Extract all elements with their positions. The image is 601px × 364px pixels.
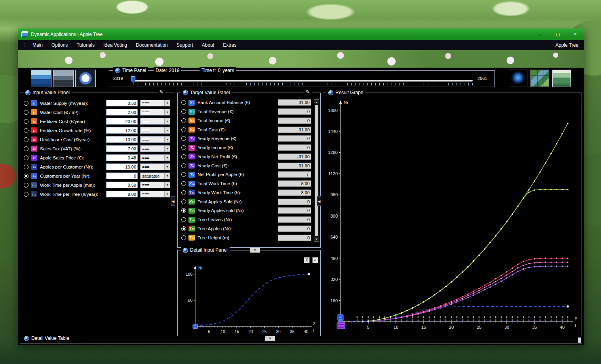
target-radio-T16[interactable] bbox=[181, 235, 186, 240]
input-radio-i9[interactable] bbox=[24, 174, 29, 178]
input-radio-i4[interactable] bbox=[24, 128, 29, 133]
target-radio-T13[interactable] bbox=[181, 208, 186, 213]
input-mode-select-i6[interactable]: ===▾ bbox=[140, 145, 170, 152]
menu-item-extras[interactable]: Extras bbox=[219, 42, 241, 48]
target-radio-T5[interactable] bbox=[181, 136, 186, 141]
input-mode-select-i10[interactable]: ===▾ bbox=[140, 182, 170, 188]
target-radio-S3[interactable] bbox=[181, 118, 186, 123]
menu-item-main[interactable]: Main bbox=[28, 42, 47, 48]
input-value-field-i11[interactable] bbox=[106, 191, 138, 197]
edit-pencil-icon[interactable]: ✎ bbox=[304, 89, 312, 95]
combo-selected-value: === bbox=[141, 155, 164, 160]
svg-text:5: 5 bbox=[367, 325, 369, 330]
table-dropdown-button[interactable]: ▼ bbox=[265, 336, 275, 341]
target-panel-collapse-arrow[interactable]: ◀ bbox=[317, 196, 321, 206]
chevron-down-icon: ▾ bbox=[164, 155, 170, 161]
edit-pencil-icon[interactable]: ✎ bbox=[158, 89, 165, 95]
target-radio-T15[interactable] bbox=[181, 226, 186, 231]
target-label-S1: Bank Account Balance (€): bbox=[198, 100, 278, 105]
input-mode-select-i2[interactable]: ===▾ bbox=[140, 109, 170, 116]
scroll-thumb[interactable] bbox=[315, 105, 318, 236]
input-radio-i5[interactable] bbox=[24, 137, 29, 142]
target-radio-S2[interactable] bbox=[181, 109, 186, 114]
thumbnail-collage-image[interactable] bbox=[531, 70, 549, 87]
thumbnail-earth-image[interactable] bbox=[509, 70, 527, 87]
input-mode-select-i7[interactable]: ===▾ bbox=[140, 154, 170, 161]
input-value-field-i8[interactable] bbox=[106, 163, 138, 170]
svg-text:10: 10 bbox=[394, 325, 398, 330]
input-value-field-i4[interactable] bbox=[106, 127, 138, 134]
input-value-field-i5[interactable] bbox=[106, 136, 138, 143]
detail-input-chart[interactable]: 50100510152025303540Nryt bbox=[179, 260, 320, 336]
minimize-button[interactable]: — bbox=[532, 28, 549, 40]
input-mode-select-i3[interactable]: ===▾ bbox=[140, 118, 170, 125]
target-radio-T7[interactable] bbox=[181, 154, 186, 159]
input-radio-i8[interactable] bbox=[24, 165, 29, 169]
time-slider-thumb[interactable] bbox=[131, 76, 135, 83]
input-value-field-i1[interactable] bbox=[106, 100, 138, 106]
window-title: Dynamic Applications | Apple Tree bbox=[31, 32, 103, 37]
input-mode-select-i8[interactable]: ===▾ bbox=[140, 163, 170, 170]
menu-item-about[interactable]: About bbox=[198, 42, 219, 48]
svg-text:100: 100 bbox=[186, 272, 192, 277]
menu-item-idea-voting[interactable]: Idea Voting bbox=[99, 42, 131, 48]
svg-text:20: 20 bbox=[248, 330, 253, 334]
input-value-field-i10[interactable] bbox=[106, 182, 138, 188]
target-radio-S1[interactable] bbox=[181, 100, 186, 105]
input-value-field-i2[interactable] bbox=[106, 109, 138, 116]
close-button[interactable]: ✕ bbox=[567, 28, 584, 40]
input-mode-select-i4[interactable]: ===▾ bbox=[140, 127, 170, 134]
target-radio-T9[interactable] bbox=[181, 172, 186, 177]
thumbnail-dam-image[interactable] bbox=[53, 70, 74, 87]
input-radio-i3[interactable] bbox=[24, 119, 29, 124]
target-radio-T8[interactable] bbox=[181, 163, 186, 168]
input-panel-collapse-arrow[interactable]: ◀ bbox=[171, 196, 175, 206]
input-value-field-i7[interactable] bbox=[106, 154, 138, 161]
target-label-S2: Total Revenue (€): bbox=[198, 109, 278, 114]
thumbnail-greenhouse-image[interactable] bbox=[552, 70, 571, 87]
input-label-i6: Sales Tax (VAT) (%): bbox=[40, 146, 106, 151]
scroll-corner-nub[interactable] bbox=[578, 337, 581, 343]
input-mode-select-i9[interactable]: saturated▾ bbox=[140, 173, 170, 179]
thumbnail-logo-image[interactable] bbox=[75, 70, 96, 87]
time-slider-track[interactable] bbox=[133, 80, 473, 82]
apple-blossom-banner bbox=[18, 50, 584, 68]
target-radio-T6[interactable] bbox=[181, 145, 186, 150]
input-radio-i6[interactable] bbox=[24, 146, 29, 151]
maximize-button[interactable]: ▢ bbox=[549, 28, 567, 40]
menu-item-support[interactable]: Support bbox=[172, 42, 198, 48]
input-mode-select-i5[interactable]: ===▾ bbox=[140, 136, 170, 143]
input-value-field-i3[interactable] bbox=[106, 118, 138, 125]
input-badge-icon-i2: i₂ bbox=[31, 109, 37, 115]
input-value-field-i9[interactable] bbox=[106, 173, 138, 179]
target-radio-S12[interactable] bbox=[181, 199, 186, 204]
scroll-down-icon[interactable]: ▼ bbox=[314, 237, 319, 241]
target-scrollbar[interactable]: ▲ ▼ bbox=[314, 99, 319, 242]
target-radio-T11[interactable] bbox=[181, 190, 186, 195]
input-radio-i7[interactable] bbox=[24, 155, 29, 160]
detail-dropdown-button[interactable]: ▼ bbox=[250, 248, 260, 253]
input-radio-i10[interactable] bbox=[24, 183, 29, 188]
target-badge-icon-T6: T₆ bbox=[188, 145, 195, 151]
input-value-field-i6[interactable] bbox=[106, 145, 138, 152]
input-radio-i11[interactable] bbox=[24, 192, 29, 197]
detail-curve-handle[interactable] bbox=[193, 324, 198, 329]
target-row-S10: S₁₀Total Work Time (h):8.00 bbox=[179, 179, 312, 188]
menu-item-options[interactable]: Options bbox=[47, 42, 72, 48]
time-unit: years bbox=[223, 67, 234, 74]
menu-item-documentation[interactable]: Documentation bbox=[131, 42, 172, 48]
input-radio-i1[interactable] bbox=[24, 101, 29, 106]
thumbnail-ocean-image[interactable] bbox=[31, 70, 51, 87]
input-radio-i2[interactable] bbox=[24, 110, 29, 115]
scroll-up-icon[interactable]: ▲ bbox=[314, 100, 319, 104]
input-mode-select-i11[interactable]: ===▾ bbox=[140, 191, 170, 197]
chevron-down-icon: ▾ bbox=[164, 136, 170, 142]
target-radio-S4[interactable] bbox=[181, 127, 186, 132]
svg-text:y: y bbox=[575, 315, 577, 320]
menu-item-tutorials[interactable]: Tutorials bbox=[72, 42, 99, 48]
target-row-T8: T₈Yearly Cost (€):31.00 bbox=[179, 161, 312, 170]
input-mode-select-i1[interactable]: ===▾ bbox=[140, 100, 170, 106]
target-radio-T14[interactable] bbox=[181, 217, 186, 222]
target-radio-S10[interactable] bbox=[181, 181, 186, 186]
toolbar: Time Panel Date: 2019 Time t: 0 years 20… bbox=[18, 68, 584, 93]
